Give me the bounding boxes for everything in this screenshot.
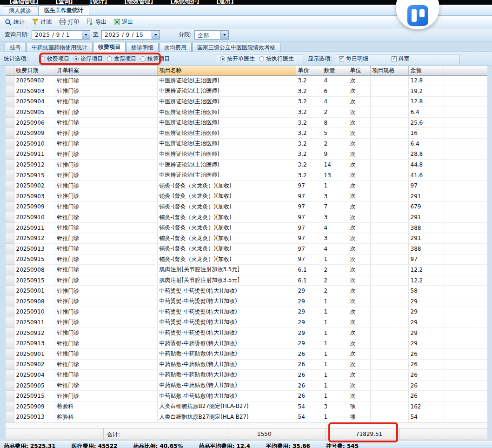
menu-item[interactable]: 【绩效管理】	[121, 0, 156, 5]
row-selector[interactable]	[6, 160, 14, 170]
row-selector[interactable]	[6, 244, 14, 254]
row-selector[interactable]	[6, 348, 14, 359]
exit-button[interactable]: 退出	[114, 18, 133, 26]
table-row[interactable]: 20250903 针推门诊 铺灸-(督灸（火龙灸）)(加收) 97 3 次 29…	[6, 191, 487, 202]
col-header-date[interactable]: 收费日期	[14, 66, 55, 75]
table-row[interactable]: 20250912 针推门诊 中药烫熨-中药烫熨(特大)(加收) 29 1 次 2…	[6, 328, 487, 338]
table-row[interactable]: 20250910 针推门诊 铺灸-(督灸（火龙灸）)(加收) 97 3 次 29…	[6, 212, 487, 223]
radio-option[interactable]: 按开单医生	[220, 55, 255, 63]
inner-tab[interactable]: 国家三级公立中医医院绩效考核	[192, 43, 280, 52]
table-row[interactable]: 20250913 检验科 人类白细胞抗原B27测定(HLA-B27) 54 1 …	[6, 412, 487, 422]
inner-tab[interactable]: 次均费用	[159, 43, 192, 52]
inner-tab[interactable]: 收费项目	[93, 42, 126, 52]
table-row[interactable]: 20250903 针推门诊 中医辨证论治(主治医师) 3.2 6 次 19.2	[6, 86, 487, 97]
menu-item[interactable]: 【退出】	[213, 0, 237, 5]
table-row[interactable]: 20250912 针推门诊 中医辨证论治(主治医师) 3.2 14 次 44.8	[6, 160, 487, 170]
table-row[interactable]: 20250904 针推门诊 中药贴敷-中药贴敷(特大)(加收) 26 1 次 2…	[6, 370, 487, 381]
col-header-unit-price[interactable]: 单价	[296, 66, 322, 75]
print-button[interactable]: 打印	[59, 18, 79, 26]
row-selector[interactable]	[6, 412, 14, 422]
row-selector[interactable]	[6, 117, 14, 128]
table-row[interactable]: 20250915 针推门诊 中医辨证论治(主治医师) 3.2 13 次 41.6	[6, 170, 487, 181]
row-selector[interactable]	[6, 75, 14, 86]
filter-button[interactable]: 过滤	[32, 18, 52, 26]
row-selector[interactable]	[6, 254, 14, 265]
row-selector[interactable]	[6, 107, 14, 118]
menu-item[interactable]: 【查询】	[53, 0, 76, 5]
row-selector[interactable]	[6, 86, 14, 97]
row-selector[interactable]	[6, 338, 14, 349]
menu-item[interactable]: 【统计】	[87, 0, 110, 5]
row-selector[interactable]	[6, 359, 14, 370]
table-row[interactable]: 20250915 针推门诊 铺灸-(督灸（火龙灸）)(加收) 97 1 次 97	[6, 254, 487, 265]
table-row[interactable]: 20250915 针推门诊 中药贴敷-中药贴敷(特大)(加收) 26 1 次 2…	[6, 391, 487, 401]
table-row[interactable]: 20250908 针推门诊 肌肉注射[关节腔注射加收3.5元] 6.1 2 次 …	[6, 265, 487, 275]
table-row[interactable]: 20250904 针推门诊 中医辨证论治(主治医师) 3.2 4 次 12.8	[6, 96, 487, 107]
inner-tab[interactable]: 挂号	[5, 43, 26, 52]
col-header-spec[interactable]: 项目规格	[370, 66, 408, 75]
table-row[interactable]: 20250915 针推门诊 肌肉注射[关节腔注射加收3.5元] 6.1 2 次 …	[6, 275, 487, 286]
col-header-amount[interactable]: 金额	[408, 66, 444, 75]
table-row[interactable]: 20250913 针推门诊 中药烫熨-中药烫熨(特大)(加收) 29 1 次 2…	[6, 338, 487, 349]
table-row[interactable]: 20250910 针推门诊 中医辨证论治(主治医师) 3.2 2 次 6.4	[6, 139, 487, 149]
menu-item[interactable]: 【系统维护】	[167, 0, 202, 5]
row-selector[interactable]	[6, 370, 14, 381]
row-selector[interactable]	[6, 191, 14, 202]
table-row[interactable]: 20250913 针推门诊 铺灸-(督灸（火龙灸）)(加收) 97 4 次 38…	[6, 244, 487, 254]
outer-tab[interactable]: 病人就诊	[3, 6, 37, 15]
date-from-dropdown-button[interactable]	[82, 31, 90, 39]
date-from-picker[interactable]: 2025 / 9 / 1	[32, 30, 90, 40]
row-selector[interactable]	[6, 96, 14, 107]
menu-item[interactable]: 【基础管理】	[7, 0, 41, 5]
table-row[interactable]: 20250911 针推门诊 铺灸-(督灸（火龙灸）)(加收) 97 4 次 38…	[6, 222, 487, 233]
radio-option[interactable]: 诊疗项目	[73, 55, 103, 63]
row-selector[interactable]	[6, 307, 14, 317]
radio-option[interactable]: 按执行医生	[259, 55, 294, 63]
branch-dropdown-button[interactable]	[220, 31, 228, 39]
inner-tab[interactable]: 中药抗菌药物使用统计	[27, 43, 93, 52]
export-button[interactable]: 导出	[86, 18, 106, 26]
table-row[interactable]: 20250902 针推门诊 中医辨证论治(主治医师) 3.2 4 次 12.8	[6, 75, 487, 86]
table-row[interactable]: 20250911 针推门诊 中药烫熨-中药烫熨(特大)(加收) 29 1 次 2…	[6, 317, 487, 328]
outer-tab[interactable]: 医生工作量统计	[38, 5, 89, 15]
col-header-department[interactable]: 开单科室	[55, 66, 157, 75]
col-header-unit[interactable]: 单位	[348, 66, 370, 75]
table-row[interactable]: 20250906 针推门诊 中医辨证论治(主治医师) 3.2 8 次 25.6	[6, 117, 487, 128]
statistics-button[interactable]: 统计	[5, 18, 25, 26]
table-row[interactable]: 20250902 针推门诊 中药贴敷-中药贴敷(特大)(加收) 26 1 次 2…	[6, 359, 487, 370]
row-selector[interactable]	[6, 170, 14, 181]
row-selector[interactable]	[6, 139, 14, 149]
inner-tab[interactable]: 接诊明细	[126, 43, 159, 52]
row-selector[interactable]	[6, 181, 14, 191]
radio-option[interactable]: 核算项目	[140, 55, 170, 63]
row-selector[interactable]	[6, 212, 14, 223]
checkbox-option[interactable]: 科室	[392, 55, 410, 63]
table-row[interactable]: 20250905 针推门诊 中药贴敷-中药贴敷(特大)(加收) 26 1 次 2…	[6, 380, 487, 391]
row-selector[interactable]	[6, 233, 14, 244]
table-row[interactable]: 20250902 针推门诊 铺灸-(督灸（火龙灸）)(加收) 97 1 次 97	[6, 181, 487, 191]
row-selector[interactable]	[6, 328, 14, 338]
date-to-dropdown-button[interactable]	[152, 31, 160, 39]
row-selector[interactable]	[6, 391, 14, 401]
row-selector[interactable]	[6, 128, 14, 139]
row-selector[interactable]	[6, 265, 14, 275]
branch-select[interactable]: 全部	[194, 30, 229, 40]
radio-option[interactable]: 收费项目	[40, 55, 69, 63]
col-header-item-name[interactable]: 项目名称	[157, 66, 296, 75]
radio-option[interactable]: 发票项目	[107, 55, 136, 63]
row-selector[interactable]	[6, 401, 14, 412]
table-row[interactable]: 20250908 针推门诊 中药烫熨-中药烫熨(特大)(加收) 29 1 次 2…	[6, 296, 487, 307]
table-row[interactable]: 20250911 针推门诊 中医辨证论治(主治医师) 3.2 9 次 28.8	[6, 149, 487, 160]
checkbox-option[interactable]: 每日明细	[339, 55, 368, 63]
row-selector[interactable]	[6, 201, 14, 212]
row-selector[interactable]	[6, 222, 14, 233]
table-row[interactable]: 20250901 针推门诊 中药烫熨-中药烫熨(特大)(加收) 29 2 次 5…	[6, 286, 487, 296]
table-row[interactable]: 20250909 针推门诊 铺灸-(督灸（火龙灸）)(加收) 97 7 次 67…	[6, 201, 487, 212]
table-row[interactable]: 20250910 针推门诊 中药烫熨-中药烫熨(特大)(加收) 29 1 次 2…	[6, 307, 487, 317]
table-row[interactable]: 20250909 检验科 人类白细胞抗原B27测定(HLA-B27) 54 3 …	[6, 401, 487, 412]
row-selector[interactable]	[6, 275, 14, 286]
row-selector[interactable]	[6, 149, 14, 160]
col-header-quantity[interactable]: 数量	[322, 66, 348, 75]
row-selector[interactable]	[6, 296, 14, 307]
table-row[interactable]: 20250905 针推门诊 中医辨证论治(主治医师) 3.2 2 次 6.4	[6, 107, 487, 118]
